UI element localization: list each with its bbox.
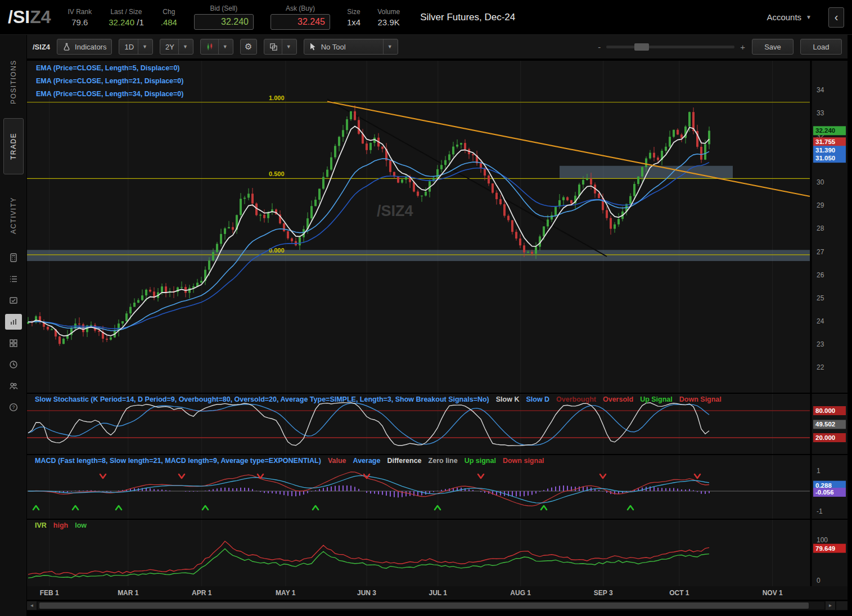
svg-text:23: 23 [817,340,824,348]
legend-down-signal: Down Signal [679,395,722,403]
size-field: Size 1x4 [347,8,360,27]
scrollbar-thumb[interactable] [39,602,809,609]
sidebar-tab-activity[interactable]: ACTIVITY [3,186,24,245]
trade-ticket-icon[interactable] [5,293,22,308]
svg-text:30: 30 [817,178,824,186]
svg-text:27: 27 [817,248,824,256]
collapse-left-icon: ‹ [835,11,839,24]
svg-text:80.000: 80.000 [815,407,835,414]
svg-text:20.000: 20.000 [815,434,835,441]
legend-difference: Difference [387,457,421,465]
chart-workspace: /SIZ4 Indicators 1D ▼ 2Y ▼ ▼ [27,35,848,616]
history-clock-icon[interactable] [5,357,22,372]
svg-text:32.240: 32.240 [815,127,835,134]
symbol-month-code: Z4 [30,7,51,27]
accounts-dropdown[interactable]: Accounts ▼ [767,12,812,22]
ivr-study-label[interactable]: IVR [35,521,47,529]
sidebar-tab-positions[interactable]: POSITIONS [3,53,24,111]
save-button[interactable]: Save [752,39,794,55]
svg-text:100: 100 [817,536,828,544]
cursor-icon [309,43,317,51]
last-size-label: Last / Size [110,8,142,16]
compare-dropdown[interactable]: ▼ [264,39,297,55]
contacts-icon[interactable] [5,378,22,394]
ema21-study-label[interactable]: EMA (Price=CLOSE, Length=21, Displace=0) [36,77,183,85]
zoom-in-button[interactable]: + [740,42,745,52]
ema5-study-label[interactable]: EMA (Price=CLOSE, Length=5, Displace=0) [36,64,183,72]
scrollbar-corner [836,601,848,610]
chevron-down-icon: ▼ [806,14,812,20]
svg-text:0.500: 0.500 [269,170,285,177]
bid-sell-button[interactable]: 32.240 [194,14,254,30]
svg-text:24: 24 [817,317,824,325]
chart-icon[interactable] [5,314,22,330]
scroll-left-icon: ◄ [30,603,34,608]
order-list-icon[interactable] [5,271,22,287]
legend-ivr-low: low [75,521,87,529]
svg-text:?: ? [12,404,15,410]
ema34-study-label[interactable]: EMA (Price=CLOSE, Length=34, Displace=0) [36,90,183,98]
chart-symbol-input[interactable]: /SIZ4 [33,43,50,51]
legend-ivr-high: high [53,521,68,529]
trading-app: /SIZ4 IV Rank 79.6 Last / Size 32.240 /1… [0,0,852,616]
zoom-control: - + [598,42,745,52]
collapse-panel-button[interactable]: ‹ [828,7,844,28]
svg-text:APR 1: APR 1 [192,589,212,597]
calculator-icon[interactable] [5,250,22,266]
symbol-watermark: /SIZ4 [377,203,413,220]
load-button[interactable]: Load [800,39,842,55]
legend-average: Average [353,457,381,465]
flask-icon [62,43,71,51]
macd-study-label[interactable]: MACD (Fast length=8, Slow length=21, MAC… [35,457,321,465]
chg-label: Chg [163,8,175,16]
zoom-slider-thumb[interactable] [634,43,649,51]
svg-text:33: 33 [817,109,824,117]
stochastic-study-label[interactable]: Slow Stochastic (K Period=14, D Period=9… [35,395,489,403]
svg-text:31.755: 31.755 [815,138,836,145]
ivr-canvas[interactable]: 100079.649 [27,520,848,586]
last-size-field: Last / Size 32.240 /1 [109,8,144,27]
scroll-right-button[interactable]: ► [826,601,835,610]
volume-value: 23.9K [378,17,400,27]
grid-apps-icon[interactable] [5,335,22,351]
last-value: 32.240 [109,17,134,27]
zoom-out-button[interactable]: - [598,42,601,52]
drawing-tool-dropdown[interactable]: No Tool ▼ [304,39,398,55]
symbol-root: /SI [8,7,30,27]
legend-value: Value [328,457,346,465]
symbol-logo: /SIZ4 [8,7,51,28]
price-chart-panel: 1.0000.5000.0003433323130292827262524232… [27,61,848,393]
stochastic-panel: 80.00049.50220.000 Slow Stochastic (K Pe… [27,394,848,454]
instrument-name: Silver Futures, Dec-24 [420,12,515,23]
sidebar-tab-trade[interactable]: TRADE [3,118,24,174]
macd-legend: MACD (Fast length=8, Slow length=21, MAC… [35,457,810,465]
legend-oversold: Oversold [603,395,633,403]
scroll-left-button[interactable]: ◄ [27,601,37,610]
legend-zero-line: Zero line [429,457,458,465]
indicators-button[interactable]: Indicators [57,39,112,55]
candlestick-icon [206,43,214,51]
timeframe-dropdown[interactable]: 1D ▼ [119,39,153,55]
iv-rank-field: IV Rank 79.6 [67,8,92,27]
chart-settings-button[interactable]: ⚙ [240,39,257,55]
scroll-right-icon: ► [828,603,833,608]
zoom-slider[interactable] [606,46,734,48]
svg-text:-0.056: -0.056 [815,489,834,496]
chevron-down-icon: ▼ [178,39,188,54]
ask-label: Ask (Buy) [286,5,315,12]
sidebar-icon-rail: ? [0,250,27,415]
range-dropdown[interactable]: 2Y ▼ [160,39,193,55]
chart-style-dropdown[interactable]: ▼ [200,39,233,55]
ask-buy-button[interactable]: 32.245 [271,14,330,30]
svg-text:MAR 1: MAR 1 [118,589,139,597]
volume-label: Volume [377,8,400,16]
price-chart-canvas[interactable]: 1.0000.5000.0003433323130292827262524232… [27,61,848,393]
ask-field: Ask (Buy) 32.245 [271,5,330,30]
volume-field: Volume 23.9K [377,8,400,27]
chart-toolbar: /SIZ4 Indicators 1D ▼ 2Y ▼ ▼ [27,35,848,60]
scrollbar-track[interactable] [38,602,824,609]
legend-up-signal: Up Signal [640,395,673,403]
chg-value: .484 [161,17,177,27]
help-icon[interactable]: ? [5,399,22,415]
size-label: Size [347,8,360,16]
